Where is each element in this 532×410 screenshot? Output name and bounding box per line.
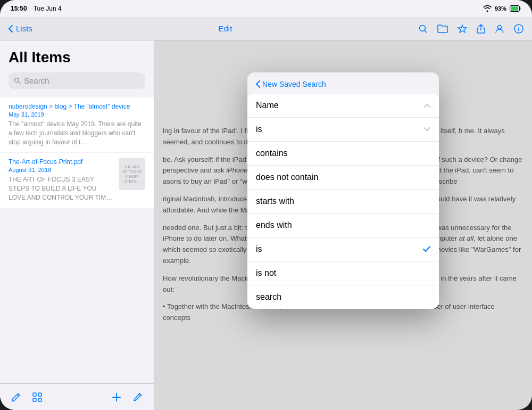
info-icon[interactable] — [514, 24, 523, 34]
nav-bar-right — [418, 24, 523, 34]
svg-marker-4 — [458, 25, 467, 32]
device-frame: 15:50 Tue Jun 4 93% — [0, 0, 532, 410]
battery-icon — [510, 5, 521, 12]
split-view: All Items Search nuberodesign > blog > T… — [0, 40, 532, 410]
compose-icon[interactable] — [132, 392, 143, 403]
search-placeholder: Search — [24, 76, 49, 85]
status-bar: 15:50 Tue Jun 4 93% — [0, 0, 532, 17]
search-nav-icon[interactable] — [418, 24, 428, 34]
list-item[interactable]: The-Art-of-Focus-Print.pdf August 31, 20… — [0, 153, 154, 208]
nav-bar-center: Edit — [218, 24, 232, 33]
svg-rect-1 — [511, 6, 518, 11]
sidebar-bottom-bar — [0, 383, 154, 410]
filter-condition-label: is — [256, 125, 262, 134]
svg-point-5 — [497, 25, 501, 29]
nav-edit-label[interactable]: Edit — [218, 24, 232, 33]
dropdown-item-label: starts with — [256, 196, 294, 206]
sidebar-list: nuberodesign > blog > The "almost" devic… — [0, 93, 154, 383]
star-icon[interactable] — [458, 24, 467, 34]
name-chevron-up-icon — [424, 103, 430, 108]
status-bar-right: 93% — [483, 5, 521, 12]
sidebar-item-date: May 31, 2019 — [9, 111, 145, 118]
sidebar-bottom-right-icons — [111, 392, 143, 403]
dropdown-item-starts-with[interactable]: starts with — [247, 190, 439, 214]
dropdown-item-is-not[interactable]: is not — [247, 261, 439, 285]
sidebar-item-date-2: August 31, 2018 — [9, 167, 114, 173]
modal-back-label[interactable]: New Saved Search — [262, 80, 326, 88]
nav-bar: Lists Edit — [0, 17, 532, 40]
dropdown-item-ends-with[interactable]: ends with — [247, 214, 439, 237]
sidebar-item-thumb: THE ARTOF FOCUS3 EASYSTEPS... — [119, 158, 145, 190]
dropdown-item-label: search — [256, 292, 281, 302]
sidebar-item-text: The-Art-of-Focus-Print.pdf August 31, 20… — [9, 158, 114, 202]
dropdown-item-contains[interactable]: contains — [247, 142, 439, 166]
filter-condition-row[interactable]: is — [247, 118, 439, 142]
status-time: 15:50 — [11, 5, 27, 12]
checkmark-icon — [423, 246, 430, 252]
wifi-icon — [483, 5, 492, 12]
pencil-icon[interactable] — [11, 392, 21, 403]
svg-rect-15 — [38, 398, 41, 401]
modal-body: Name is — [247, 94, 439, 309]
dropdown-item-label: contains — [256, 149, 288, 158]
svg-line-3 — [425, 30, 427, 32]
svg-rect-13 — [38, 393, 41, 396]
share-icon[interactable] — [477, 24, 485, 34]
search-icon — [14, 77, 21, 84]
svg-rect-12 — [33, 393, 36, 396]
dropdown-item-does-not-contain[interactable]: does not contain — [247, 166, 439, 190]
main-area: Lists Edit — [0, 17, 532, 410]
search-bar[interactable]: Search — [9, 72, 145, 89]
modal-header: New Saved Search — [247, 72, 439, 94]
svg-line-10 — [19, 82, 21, 84]
dropdown-list: contains does not contain starts with en… — [247, 142, 439, 309]
dropdown-item-label: is not — [256, 268, 276, 278]
filter-name-label: Name — [256, 101, 279, 110]
condition-chevron-down-icon — [424, 127, 430, 132]
sidebar-item-path: nuberodesign > blog > The "almost" devic… — [9, 103, 145, 110]
grid-icon[interactable] — [32, 392, 43, 403]
modal-backdrop: New Saved Search Name — [154, 40, 532, 410]
list-item[interactable]: nuberodesign > blog > The "almost" devic… — [0, 97, 154, 152]
filter-name-row[interactable]: Name — [247, 94, 439, 118]
modal-back-chevron-icon — [256, 80, 260, 88]
svg-point-2 — [419, 25, 425, 31]
sidebar-item-preview: The "almost" device May 2019. There are … — [9, 120, 145, 146]
svg-line-11 — [17, 395, 19, 396]
dropdown-item-label: does not contain — [256, 173, 318, 182]
sidebar-header: All Items Search — [0, 40, 154, 93]
battery-percentage: 93% — [495, 5, 506, 12]
sidebar-bottom-left-icons — [11, 392, 43, 403]
content-area: 🤖 ing in favour of the iPad'. I find tha… — [154, 40, 532, 410]
sidebar-title: All Items — [9, 49, 145, 66]
nav-back-label[interactable]: Lists — [16, 24, 32, 33]
svg-rect-14 — [33, 398, 36, 401]
status-bar-left: 15:50 Tue Jun 4 — [11, 5, 62, 12]
dropdown-item-is[interactable]: is — [247, 237, 439, 261]
status-date: Tue Jun 4 — [34, 5, 62, 12]
modal-back-button[interactable]: New Saved Search — [256, 80, 326, 88]
add-icon[interactable] — [111, 392, 122, 403]
nav-bar-left: Lists — [9, 24, 32, 33]
dropdown-item-label: ends with — [256, 220, 292, 230]
sidebar-item-preview-2: THE ART OF FOCUS 3 EASY STEPS TO BUILD A… — [9, 175, 114, 202]
dropdown-item-search[interactable]: search — [247, 285, 439, 309]
back-chevron-icon — [9, 25, 13, 32]
saved-search-modal: New Saved Search Name — [247, 72, 439, 309]
sidebar-item-path-2: The-Art-of-Focus-Print.pdf — [9, 158, 114, 166]
sidebar: All Items Search nuberodesign > blog > T… — [0, 40, 154, 410]
dropdown-item-label: is — [256, 244, 262, 254]
svg-point-8 — [518, 26, 519, 27]
person-icon[interactable] — [495, 24, 504, 34]
folder-icon[interactable] — [437, 24, 448, 34]
